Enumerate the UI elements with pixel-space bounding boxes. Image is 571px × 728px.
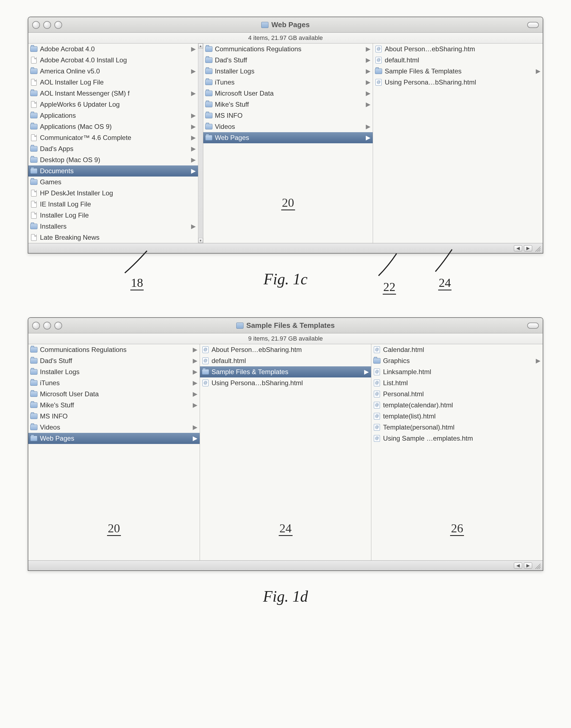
resize-handle[interactable] [534, 245, 541, 252]
item-label: template(list).html [383, 412, 541, 420]
titlebar[interactable]: Sample Files & Templates [28, 318, 543, 333]
item-label: Personal.html [383, 390, 541, 398]
nav-forward-button[interactable]: ▶ [524, 563, 532, 569]
traffic-lights [32, 322, 62, 329]
list-item[interactable]: Using Sample …emplates.htm [371, 433, 543, 444]
list-item[interactable]: Communicator™ 4.6 Complete▶ [28, 132, 198, 143]
scroll-down-icon[interactable]: ▼ [198, 238, 203, 243]
scrollbar[interactable]: ▲▼ [198, 43, 203, 243]
chevron-right-icon: ▶ [190, 123, 196, 130]
bottom-bar: ◀ ▶ [28, 560, 543, 570]
list-item[interactable]: Template(personal).html [371, 422, 543, 433]
list-item[interactable]: Web Pages▶ [28, 433, 200, 444]
list-item[interactable]: Documents▶ [28, 165, 198, 176]
toolbar-pill-button[interactable] [527, 22, 539, 28]
list-item[interactable]: Dad's Stuff▶ [28, 355, 200, 367]
list-item[interactable]: Calendar.html [371, 344, 543, 355]
list-item[interactable]: List.html [371, 378, 543, 389]
list-item[interactable]: Mike's Stuff▶ [28, 400, 200, 411]
list-item[interactable]: Adobe Acrobat 4.0 Install Log [28, 54, 198, 66]
minimize-button[interactable] [43, 21, 51, 29]
toolbar-pill-button[interactable] [527, 322, 539, 329]
zoom-button[interactable] [54, 21, 62, 29]
folder-icon [30, 145, 38, 152]
list-item[interactable]: Applications (Mac OS 9)▶ [28, 121, 198, 132]
column-2[interactable]: About Person…ebSharing.htmdefault.htmlSa… [373, 43, 543, 243]
list-item[interactable]: IE Install Log File [28, 199, 198, 210]
column-0[interactable]: Adobe Acrobat 4.0▶Adobe Acrobat 4.0 Inst… [28, 43, 203, 243]
list-item[interactable]: AOL Instant Messenger (SM) f▶ [28, 88, 198, 99]
list-item[interactable]: template(calendar).html [371, 400, 543, 411]
title-folder-icon [261, 22, 268, 28]
item-label: MS INFO [215, 112, 371, 119]
list-item[interactable]: Applications▶ [28, 110, 198, 121]
list-item[interactable]: Communications Regulations▶ [203, 43, 373, 54]
column-0[interactable]: Communications Regulations▶Dad's Stuff▶I… [28, 344, 200, 560]
item-label: Communications Regulations [215, 45, 365, 53]
list-item[interactable]: HP DeskJet Installer Log [28, 188, 198, 199]
list-item[interactable]: Adobe Acrobat 4.0▶ [28, 43, 198, 54]
list-item[interactable]: About Person…ebSharing.htm [373, 43, 543, 54]
list-item[interactable]: Installer Logs▶ [203, 66, 373, 77]
nav-back-button[interactable]: ◀ [514, 563, 522, 569]
list-item[interactable]: Sample Files & Templates▶ [200, 367, 371, 378]
html-file-icon [373, 369, 381, 375]
list-item[interactable]: Installer Logs▶ [28, 367, 200, 378]
close-button[interactable] [32, 21, 40, 29]
list-item[interactable]: Desktop (Mac OS 9)▶ [28, 154, 198, 165]
resize-handle[interactable] [534, 562, 541, 569]
list-item[interactable]: Installers▶ [28, 221, 198, 232]
list-item[interactable]: America Online v5.0▶ [28, 66, 198, 77]
item-label: Documents [40, 167, 190, 175]
titlebar[interactable]: Web Pages [28, 17, 543, 33]
list-item[interactable]: AppleWorks 6 Updater Log [28, 99, 198, 110]
list-item[interactable]: About Person…ebSharing.htm [200, 344, 371, 355]
list-item[interactable]: Graphics▶ [371, 355, 543, 367]
item-label: List.html [383, 379, 541, 387]
close-button[interactable] [32, 322, 40, 329]
list-item[interactable]: Sample Files & Templates▶ [373, 66, 543, 77]
nav-forward-button[interactable]: ▶ [524, 245, 532, 251]
minimize-button[interactable] [43, 322, 51, 329]
list-item[interactable]: template(list).html [371, 411, 543, 422]
column-ref: 24 [200, 521, 371, 536]
list-item[interactable]: default.html [200, 355, 371, 367]
column-1[interactable]: About Person…ebSharing.htmdefault.htmlSa… [200, 344, 372, 560]
list-item[interactable]: Using Persona…bSharing.html [200, 378, 371, 389]
list-item[interactable]: Microsoft User Data▶ [203, 88, 373, 99]
document-icon [30, 134, 38, 141]
list-item[interactable]: MS INFO [203, 110, 373, 121]
list-item[interactable]: iTunes▶ [203, 77, 373, 88]
chevron-right-icon: ▶ [365, 123, 370, 130]
list-item[interactable]: Late Breaking News [28, 232, 198, 243]
list-item[interactable]: Games [28, 176, 198, 188]
chevron-right-icon: ▶ [192, 402, 198, 409]
list-item[interactable]: iTunes▶ [28, 378, 200, 389]
zoom-button[interactable] [54, 322, 62, 329]
list-item[interactable]: Using Persona…bSharing.html [373, 77, 543, 88]
scroll-up-icon[interactable]: ▲ [198, 43, 203, 48]
list-item[interactable]: Personal.html [371, 389, 543, 400]
list-item[interactable]: Linksample.html [371, 367, 543, 378]
item-label: AOL Instant Messenger (SM) f [40, 90, 190, 97]
nav-back-button[interactable]: ◀ [514, 245, 522, 251]
chevron-right-icon: ▶ [192, 424, 198, 431]
list-item[interactable]: Videos▶ [203, 121, 373, 132]
chevron-right-icon: ▶ [365, 134, 370, 141]
list-item[interactable]: Communications Regulations▶ [28, 344, 200, 355]
column-2[interactable]: Calendar.htmlGraphics▶Linksample.htmlLis… [371, 344, 543, 560]
column-1[interactable]: Communications Regulations▶Dad's Stuff▶I… [203, 43, 373, 243]
list-item[interactable]: MS INFO [28, 411, 200, 422]
html-file-icon [375, 79, 382, 86]
list-item[interactable]: AOL Installer Log File [28, 77, 198, 88]
list-item[interactable]: Dad's Stuff▶ [203, 54, 373, 66]
list-item[interactable]: Installer Log File [28, 210, 198, 221]
list-item[interactable]: Dad's Apps▶ [28, 143, 198, 154]
list-item[interactable]: Mike's Stuff▶ [203, 99, 373, 110]
list-item[interactable]: Microsoft User Data▶ [28, 389, 200, 400]
list-item[interactable]: Web Pages▶ [203, 132, 373, 143]
item-label: About Person…ebSharing.htm [385, 45, 541, 53]
list-item[interactable]: Videos▶ [28, 422, 200, 433]
item-label: Web Pages [40, 435, 192, 442]
list-item[interactable]: default.html [373, 54, 543, 66]
